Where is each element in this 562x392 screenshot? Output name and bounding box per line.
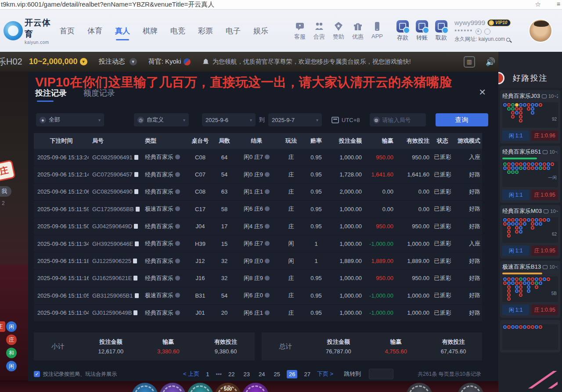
result-info-icon[interactable]	[265, 293, 270, 298]
result-info-icon[interactable]	[265, 189, 270, 194]
result-info-icon[interactable]	[265, 241, 270, 246]
prev-page-button[interactable]: < 上页	[183, 370, 199, 378]
game-type-dropdown[interactable]: ♠ 全部▾	[36, 113, 104, 126]
search-button[interactable]: 查询	[436, 113, 488, 126]
quick-action-赞助[interactable]: 赞助	[329, 21, 348, 41]
roadmap-dot-b	[527, 218, 530, 222]
money-action-转账[interactable]: 转账	[416, 20, 428, 42]
result-info-icon[interactable]	[265, 206, 270, 211]
copy-icon[interactable]	[134, 155, 138, 160]
date-from-dropdown[interactable]: 2025-9-6▾	[202, 113, 256, 126]
time-range-dropdown[interactable]: ◷ 自定义▾	[134, 113, 189, 126]
info-icon[interactable]	[175, 172, 180, 177]
page-1[interactable]: 1	[204, 370, 211, 378]
copy-icon[interactable]	[133, 276, 137, 281]
game-card-header[interactable]: 极速百家乐B1310~2,000,000	[502, 263, 558, 271]
date-to-dropdown[interactable]: 2025-9-7▾	[268, 113, 322, 126]
info-icon[interactable]	[175, 206, 180, 211]
player-bet-button[interactable]: 闲1:1	[502, 305, 529, 315]
copy-icon[interactable]	[135, 293, 139, 298]
site-logo[interactable]: 开云体育 kaiyun.com	[4, 17, 53, 45]
quick-action-优惠[interactable]: 优惠	[348, 21, 367, 41]
copy-icon[interactable]	[134, 189, 138, 194]
info-icon[interactable]	[175, 276, 180, 281]
avatar[interactable]	[529, 19, 552, 43]
volume-icon[interactable]: 🔊	[485, 56, 496, 68]
page-25[interactable]: 25	[272, 370, 282, 378]
nav-item-体育[interactable]: 体育	[86, 23, 103, 39]
limit-chevron-icon[interactable]: ▾	[80, 58, 87, 65]
player-bet-button[interactable]: 闲1:1	[502, 245, 529, 256]
result-info-icon[interactable]	[265, 259, 270, 263]
nav-item-真人[interactable]: 真人	[114, 23, 131, 39]
cell-11: 已派彩	[431, 188, 454, 196]
game-card-header[interactable]: 经典百家乐M0310~2,000,000	[502, 207, 558, 215]
roadmap-note: 5B	[551, 291, 557, 296]
info-icon[interactable]	[175, 259, 180, 263]
roadmap-dot-r	[527, 166, 530, 170]
player-bet-button[interactable]: 闲1:1	[502, 130, 529, 141]
roadmap-empty	[515, 234, 519, 237]
nav-item-彩票[interactable]: 彩票	[197, 23, 214, 39]
info-icon[interactable]	[175, 310, 180, 315]
search-icon[interactable]	[506, 38, 510, 42]
result-info-icon[interactable]	[265, 224, 270, 229]
info-icon[interactable]	[175, 241, 180, 246]
copy-icon[interactable]	[135, 241, 139, 246]
page-23[interactable]: 23	[241, 370, 252, 378]
info-icon[interactable]	[175, 155, 180, 159]
bet-trend-button[interactable]: 投注动态 ▾	[99, 58, 137, 66]
money-action-存款[interactable]: 存款	[396, 20, 409, 42]
result-info-icon[interactable]	[265, 155, 270, 159]
page-22[interactable]: 22	[226, 370, 237, 378]
jump-input[interactable]	[369, 369, 393, 379]
road-badge-庄: 庄	[0, 321, 5, 332]
copy-icon[interactable]	[133, 310, 137, 315]
roadmap-empty	[527, 333, 530, 337]
tab-额度记录[interactable]: 额度记录	[83, 88, 115, 102]
banker-bet-button[interactable]: 庄1:0.96	[531, 130, 558, 141]
quick-action-APP[interactable]: APP	[367, 21, 387, 41]
banker-bet-button[interactable]: 庄1:0.95	[531, 190, 558, 200]
nav-item-首页[interactable]: 首页	[59, 23, 76, 39]
nav-item-棋牌[interactable]: 棋牌	[142, 23, 159, 39]
browser-menu-icon[interactable]: ≡	[557, 0, 560, 7]
copy-icon[interactable]	[134, 224, 138, 229]
copy-icon[interactable]	[133, 259, 137, 263]
money-action-取款[interactable]: 取款	[435, 20, 447, 42]
eye-icon[interactable]	[476, 29, 482, 35]
info-icon[interactable]	[175, 189, 180, 194]
copy-icon[interactable]	[134, 172, 138, 177]
quick-action-合营[interactable]: 合营	[310, 21, 329, 41]
bookmark-star-icon[interactable]: ☆	[535, 0, 541, 8]
result-info-icon[interactable]	[265, 276, 270, 281]
copy-icon[interactable]	[136, 207, 140, 212]
banker-bet-button[interactable]: 庄1:0.95	[531, 305, 558, 315]
quick-action-客服[interactable]: 客服	[290, 21, 310, 41]
result-info-icon[interactable]	[265, 172, 270, 177]
banker-bet-button[interactable]: 庄1:0.95	[531, 245, 558, 256]
tab-投注记录[interactable]: 投注记录	[35, 88, 67, 102]
nav-item-电子[interactable]: 电子	[225, 23, 241, 39]
roadmap-empty	[547, 226, 550, 230]
info-icon[interactable]	[175, 293, 180, 298]
nav-item-电竞[interactable]: 电竞	[169, 23, 186, 39]
round-number-field[interactable]: ◍	[370, 113, 426, 126]
round-number-input[interactable]	[382, 117, 422, 123]
player-bet-button[interactable]: 闲1:1	[502, 190, 529, 200]
game-card-header[interactable]: 经典百家乐J0310~2,000,000	[502, 92, 558, 100]
page-27[interactable]: 27	[302, 370, 312, 378]
merge-checkbox[interactable]: ✓	[34, 371, 40, 377]
next-page-button[interactable]: 下页 >	[317, 370, 333, 378]
page-24[interactable]: 24	[256, 370, 267, 378]
nav-item-娱乐[interactable]: 娱乐	[252, 23, 269, 39]
page-26[interactable]: 26	[287, 370, 297, 378]
close-icon[interactable]: ✕	[479, 87, 486, 97]
video-quality-icon[interactable]: ▥	[464, 56, 475, 68]
game-card-header[interactable]: 经典百家乐B5110~2,000,000	[502, 148, 558, 156]
roadmap-empty	[519, 337, 522, 341]
url-text[interactable]: t9km.vip:6001/game/detail/realbet?enName…	[1, 0, 214, 9]
col-header-7: 赔率	[305, 137, 328, 145]
result-info-icon[interactable]	[265, 310, 270, 315]
info-icon[interactable]	[175, 224, 180, 229]
